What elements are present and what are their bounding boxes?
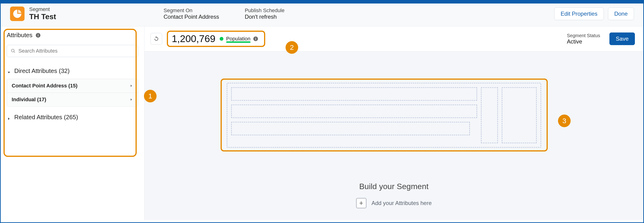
- attr-contact-point-address[interactable]: Contact Point Address (15): [7, 79, 138, 93]
- status-value: Active: [567, 38, 600, 45]
- population-underline: [226, 41, 250, 43]
- add-attribute-button[interactable]: +: [356, 198, 366, 208]
- search-icon: [11, 48, 16, 54]
- meta-segment-on: Segment On Contact Point Address: [164, 8, 219, 20]
- header-meta: Segment On Contact Point Address Publish…: [164, 8, 284, 20]
- related-attributes-toggle[interactable]: Related Attributes (265): [7, 112, 138, 123]
- attributes-title: Attributes i: [7, 32, 140, 39]
- attributes-title-text: Attributes: [7, 32, 32, 39]
- header-actions: Edit Properties Done: [554, 8, 634, 20]
- chevron-down-icon: [7, 69, 11, 73]
- search-input[interactable]: [18, 48, 134, 54]
- chevron-right-icon: [7, 115, 11, 120]
- info-icon[interactable]: i: [36, 33, 40, 38]
- item-label: Individual (17): [12, 96, 46, 102]
- drop-slot[interactable]: [502, 87, 537, 143]
- population-label: Population: [226, 36, 250, 42]
- segment-icon: [10, 6, 24, 21]
- drop-slot[interactable]: [231, 87, 477, 101]
- window-top-strip: [1, 1, 643, 4]
- segment-canvas: Build your Segment + Add your Attributes…: [144, 52, 643, 220]
- status-dot-icon: [220, 37, 224, 41]
- direct-attributes-toggle[interactable]: Direct Attributes (32): [7, 66, 138, 76]
- build-title: Build your Segment: [359, 182, 428, 191]
- callout-badge-2: 2: [286, 41, 298, 54]
- population-box: 1,200,769 Population i: [167, 30, 265, 47]
- item-label: Contact Point Address (15): [12, 83, 78, 89]
- body: Attributes i Direct Attributes (32) Cont…: [1, 26, 643, 220]
- group-label: Related Attributes (265): [14, 114, 78, 121]
- drop-zone-rows: [231, 87, 477, 143]
- search-attributes[interactable]: [7, 45, 138, 57]
- attributes-panel: Attributes i Direct Attributes (32) Cont…: [1, 26, 144, 220]
- refresh-button[interactable]: [150, 33, 162, 45]
- meta-label: Publish Schedule: [245, 8, 284, 14]
- chevron-right-icon: [130, 98, 133, 102]
- drop-zone[interactable]: [227, 83, 541, 148]
- direct-attributes-children: Contact Point Address (15) Individual (1…: [7, 79, 138, 106]
- build-area: Build your Segment + Add your Attributes…: [144, 182, 643, 208]
- population-label-wrap: Population i: [220, 36, 258, 42]
- callout-badge-3: 3: [558, 114, 571, 127]
- segment-status: Segment Status Active: [567, 33, 600, 45]
- population-label-text: Population: [226, 36, 250, 42]
- related-attributes-group: Related Attributes (265): [7, 112, 138, 123]
- info-icon[interactable]: i: [253, 36, 258, 41]
- drop-slot[interactable]: [231, 104, 477, 118]
- done-button[interactable]: Done: [608, 8, 634, 20]
- title-eyebrow: Segment: [29, 6, 56, 12]
- page-header: Segment TH Test Segment On Contact Point…: [1, 4, 643, 26]
- meta-label: Segment On: [164, 8, 219, 14]
- group-label: Direct Attributes (32): [14, 67, 70, 74]
- plus-icon: +: [359, 199, 363, 207]
- stats-bar: 1,200,769 Population i Segment Status Ac…: [144, 26, 643, 52]
- save-button[interactable]: Save: [610, 32, 635, 45]
- title-block: Segment TH Test: [29, 6, 56, 21]
- build-hint: Add your Attributes here: [372, 200, 432, 206]
- chevron-right-icon: [130, 84, 133, 88]
- build-action: + Add your Attributes here: [356, 198, 432, 208]
- attr-individual[interactable]: Individual (17): [7, 93, 138, 106]
- population-count: 1,200,769: [172, 33, 216, 44]
- callout-badge-1: 1: [144, 90, 156, 102]
- meta-value: Contact Point Address: [164, 14, 219, 20]
- drop-slot[interactable]: [231, 122, 470, 135]
- edit-properties-button[interactable]: Edit Properties: [554, 8, 604, 20]
- status-label: Segment Status: [567, 33, 600, 38]
- page-title: TH Test: [29, 12, 56, 21]
- refresh-icon: [154, 36, 159, 42]
- meta-publish-schedule: Publish Schedule Don't refresh: [245, 8, 284, 20]
- meta-value: Don't refresh: [245, 14, 284, 20]
- direct-attributes-group: Direct Attributes (32) Contact Point Add…: [7, 66, 138, 106]
- drop-slot[interactable]: [481, 87, 498, 143]
- status-block: Segment Status Active Save: [567, 32, 635, 45]
